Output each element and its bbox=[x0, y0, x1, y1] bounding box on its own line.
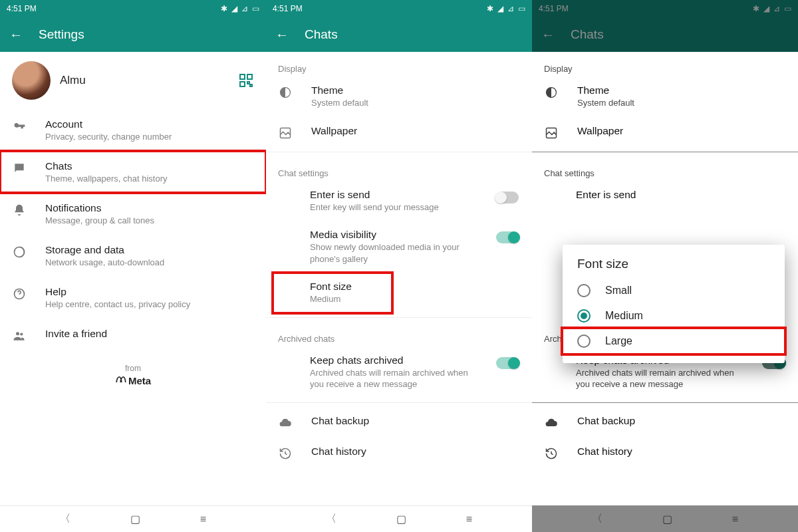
settings-content: Almu AccountPrivacy, security, change nu… bbox=[0, 52, 266, 505]
chats-item-theme[interactable]: ThemeSystem default bbox=[266, 76, 532, 117]
screen-font-size-dialog: 4:51 PM ✱ ◢ ⊿ ▭ ← Chats Display ThemeSys… bbox=[532, 0, 798, 532]
theme-icon bbox=[278, 84, 293, 99]
settings-item-notifications[interactable]: NotificationsMessage, group & call tones bbox=[0, 193, 266, 235]
page-title: Chats bbox=[571, 27, 604, 42]
chats-content-dimmed: Display ThemeSystem default Wallpaper Ch… bbox=[532, 52, 798, 505]
settings-item-label: Account bbox=[45, 118, 172, 130]
key-icon bbox=[12, 118, 27, 133]
battery-icon: ▭ bbox=[252, 4, 259, 13]
battery-icon: ▭ bbox=[518, 4, 525, 13]
svg-rect-0 bbox=[240, 74, 245, 79]
chats-item-enter-is-send[interactable]: Enter is sendEnter key will send your me… bbox=[266, 181, 532, 221]
page-title: Chats bbox=[305, 27, 338, 42]
settings-item-help[interactable]: HelpHelp centre, contact us, privacy pol… bbox=[0, 277, 266, 319]
font-size-option-large[interactable]: Large bbox=[563, 329, 785, 354]
nav-recents-icon[interactable]: ≡ bbox=[200, 513, 206, 525]
section-display: Display bbox=[532, 52, 798, 76]
qr-icon[interactable] bbox=[238, 72, 254, 88]
screen-chats: 4:51 PM ✱ ◢ ⊿ ▭ ← Chats Display ThemeSys… bbox=[266, 0, 532, 532]
section-display: Display bbox=[266, 52, 532, 76]
chats-content: Display ThemeSystem default Wallpaper Ch… bbox=[266, 52, 532, 505]
item-sub: Medium bbox=[310, 293, 380, 305]
settings-item-sub: Network usage, auto-download bbox=[45, 257, 164, 267]
back-icon: ← bbox=[541, 28, 555, 41]
nav-back-icon[interactable]: 〈 bbox=[592, 512, 602, 526]
cloud-icon bbox=[544, 415, 559, 430]
chats-item-wallpaper[interactable]: Wallpaper bbox=[266, 117, 532, 148]
history-icon bbox=[278, 446, 293, 460]
nav-home-icon[interactable]: ▢ bbox=[662, 513, 672, 525]
nav-recents-icon[interactable]: ≡ bbox=[732, 513, 738, 525]
chats-item-wallpaper: Wallpaper bbox=[532, 117, 798, 148]
settings-item-label: Notifications bbox=[45, 202, 154, 214]
item-label: Chat backup bbox=[311, 415, 520, 427]
settings-item-label: Help bbox=[45, 286, 190, 298]
status-time: 4:51 PM bbox=[273, 4, 303, 13]
wifi-icon: ⊿ bbox=[241, 4, 248, 13]
history-icon bbox=[544, 446, 559, 460]
profile-name: Almu bbox=[60, 74, 86, 87]
settings-item-storage[interactable]: Storage and dataNetwork usage, auto-down… bbox=[0, 235, 266, 277]
radio-icon bbox=[577, 284, 591, 297]
signal-icon: ◢ bbox=[497, 4, 503, 13]
chats-item-font-size[interactable]: Font sizeMedium bbox=[273, 273, 392, 313]
toggle-media-visibility[interactable] bbox=[496, 231, 519, 243]
nav-home-icon[interactable]: ▢ bbox=[130, 513, 140, 525]
svg-point-6 bbox=[20, 332, 23, 335]
option-label: Large bbox=[605, 335, 632, 347]
settings-item-label: Storage and data bbox=[45, 244, 164, 256]
settings-item-sub: Theme, wallpapers, chat history bbox=[45, 174, 168, 184]
settings-item-invite[interactable]: Invite a friend bbox=[0, 319, 266, 352]
meta-text: Meta bbox=[128, 375, 151, 386]
svg-point-5 bbox=[16, 332, 19, 335]
divider bbox=[266, 317, 532, 318]
nav-back-icon[interactable]: 〈 bbox=[326, 512, 336, 526]
dialog-title: Font size bbox=[563, 257, 785, 278]
battery-icon: ▭ bbox=[784, 4, 791, 13]
option-label: Small bbox=[605, 285, 632, 297]
bell-icon bbox=[12, 202, 27, 217]
nav-home-icon[interactable]: ▢ bbox=[396, 513, 406, 525]
status-icons: ✱ ◢ ⊿ ▭ bbox=[753, 4, 791, 13]
chats-item-keep-archived[interactable]: Keep chats archivedArchived chats will r… bbox=[266, 346, 532, 398]
svg-rect-2 bbox=[240, 82, 245, 86]
status-icons: ✱ ◢ ⊿ ▭ bbox=[487, 4, 525, 13]
toggle-keep-archived[interactable] bbox=[496, 357, 519, 369]
font-size-option-small[interactable]: Small bbox=[563, 278, 785, 303]
settings-item-account[interactable]: AccountPrivacy, security, change number bbox=[0, 109, 266, 151]
item-label: Keep chats archived bbox=[310, 354, 520, 366]
profile-row[interactable]: Almu bbox=[0, 52, 266, 109]
chats-item-history[interactable]: Chat history bbox=[266, 438, 532, 468]
status-bar: 4:51 PM ✱ ◢ ⊿ ▭ bbox=[266, 0, 532, 17]
screen-settings: 4:51 PM ✱ ◢ ⊿ ▭ ← Settings Almu AccountP… bbox=[0, 0, 266, 532]
settings-item-chats[interactable]: ChatsTheme, wallpapers, chat history bbox=[0, 151, 266, 193]
font-size-option-medium[interactable]: Medium bbox=[563, 303, 785, 329]
nav-back-icon[interactable]: 〈 bbox=[60, 512, 70, 526]
chats-item-media-visibility[interactable]: Media visibilityShow newly downloaded me… bbox=[266, 221, 532, 273]
cloud-icon bbox=[278, 415, 293, 430]
settings-item-label: Chats bbox=[45, 160, 168, 172]
avatar[interactable] bbox=[12, 61, 51, 100]
back-icon[interactable]: ← bbox=[9, 28, 23, 41]
nav-recents-icon[interactable]: ≡ bbox=[466, 513, 472, 525]
nav-bar: 〈 ▢ ≡ bbox=[532, 505, 798, 532]
data-icon bbox=[12, 244, 27, 259]
toggle-enter-is-send[interactable] bbox=[496, 192, 519, 203]
section-archived: Archived chats bbox=[266, 322, 532, 346]
status-time: 4:51 PM bbox=[539, 4, 569, 13]
status-bar: 4:51 PM ✱ ◢ ⊿ ▭ bbox=[532, 0, 798, 17]
radio-icon bbox=[577, 309, 591, 323]
wifi-icon: ⊿ bbox=[773, 4, 780, 13]
option-label: Medium bbox=[605, 310, 643, 322]
chats-item-theme: ThemeSystem default bbox=[532, 76, 798, 117]
divider bbox=[266, 152, 532, 152]
item-label: Theme bbox=[311, 84, 520, 96]
app-bar: ← Settings bbox=[0, 17, 266, 52]
bluetooth-icon: ✱ bbox=[221, 4, 227, 13]
chats-item-backup[interactable]: Chat backup bbox=[266, 407, 532, 438]
back-icon[interactable]: ← bbox=[275, 28, 289, 41]
item-label: Chat history bbox=[311, 446, 520, 458]
settings-item-label: Invite a friend bbox=[45, 328, 107, 340]
item-label: Media visibility bbox=[310, 229, 520, 241]
bluetooth-icon: ✱ bbox=[753, 4, 759, 13]
